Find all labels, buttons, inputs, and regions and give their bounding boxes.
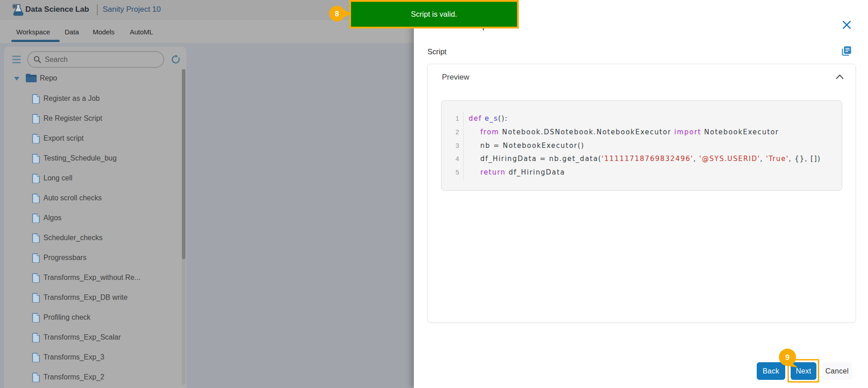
collapse-chevron-icon[interactable] bbox=[836, 74, 844, 79]
file-icon bbox=[32, 273, 40, 283]
toast-message: Script is valid. bbox=[411, 10, 457, 19]
file-icon bbox=[32, 174, 40, 183]
copy-script-icon[interactable] bbox=[840, 45, 852, 57]
repo-folder-icon bbox=[25, 73, 37, 83]
file-icon bbox=[32, 114, 40, 123]
repo-folder-label[interactable]: Repo bbox=[40, 74, 57, 82]
tab-data[interactable]: Data bbox=[65, 28, 79, 36]
tree-item[interactable]: Profiling check bbox=[43, 313, 90, 322]
code-line: df_HiringData = nb.get_data('11111718769… bbox=[464, 152, 821, 166]
tab-models[interactable]: Models bbox=[93, 28, 114, 36]
tree-item[interactable]: Re Register Script bbox=[43, 114, 102, 123]
project-name[interactable]: Sanity Project 10 bbox=[103, 5, 161, 14]
file-icon bbox=[32, 313, 40, 322]
code-line-number: 5 bbox=[441, 166, 464, 180]
code-line: return df_HiringData bbox=[464, 166, 565, 180]
cancel-button[interactable]: Cancel bbox=[822, 362, 852, 380]
tree-item[interactable]: Transforms_Exp_Scalar bbox=[43, 333, 121, 341]
tab-automl[interactable]: AutoML bbox=[130, 28, 153, 36]
code-line: def e_s(): bbox=[464, 112, 508, 126]
code-line-number: 3 bbox=[441, 139, 464, 153]
close-icon[interactable] bbox=[842, 20, 851, 29]
folder-collapse-caret-icon[interactable] bbox=[14, 77, 19, 80]
refresh-icon[interactable] bbox=[171, 55, 180, 64]
tree-item[interactable]: Register as a Job bbox=[43, 95, 100, 103]
tree-item[interactable]: Transforms_Exp_without Re... bbox=[43, 274, 141, 282]
brand-separator bbox=[97, 5, 98, 15]
tree-item[interactable]: Transforms_Exp_2 bbox=[43, 373, 104, 381]
hamburger-menu-icon[interactable] bbox=[12, 56, 21, 63]
tree-item[interactable]: Transforms_Exp_DB write bbox=[43, 293, 128, 302]
tree-item[interactable]: Long cell bbox=[43, 174, 72, 182]
code-line-number: 1 bbox=[441, 112, 464, 126]
file-icon bbox=[32, 353, 40, 362]
code-preview-block: 1def e_s():2 from Notebook.DSNotebook.No… bbox=[441, 100, 842, 191]
validation-toast: Script is valid. bbox=[349, 0, 519, 28]
tree-item[interactable]: Testing_Schedule_bug bbox=[43, 154, 117, 162]
file-icon bbox=[32, 154, 40, 163]
code-line-number: 4 bbox=[441, 152, 464, 166]
file-icon bbox=[32, 373, 40, 382]
tree-item[interactable]: Progressbars bbox=[43, 254, 86, 262]
annotation-badge-8-number: 8 bbox=[335, 10, 339, 18]
file-icon bbox=[32, 233, 40, 243]
app-title: Data Science Lab bbox=[25, 5, 89, 14]
sidebar-scrollbar-thumb[interactable] bbox=[182, 69, 185, 259]
search-icon bbox=[33, 56, 41, 63]
preview-title: Preview bbox=[442, 73, 469, 82]
app-logo-flask-icon bbox=[12, 3, 24, 17]
tree-item[interactable]: Export script bbox=[43, 134, 84, 142]
code-line: nb = NotebookExecutor() bbox=[464, 139, 584, 153]
tree-item[interactable]: Scheduler_checks bbox=[43, 234, 103, 242]
tree-item[interactable]: Auto scroll checks bbox=[43, 194, 102, 202]
file-icon bbox=[32, 94, 40, 104]
file-icon bbox=[32, 134, 40, 143]
annotation-badge-9: 9 bbox=[778, 348, 800, 369]
file-icon bbox=[32, 194, 40, 203]
script-section-label: Script bbox=[427, 47, 446, 56]
file-icon bbox=[32, 293, 40, 303]
search-input[interactable] bbox=[27, 51, 164, 68]
file-icon bbox=[32, 213, 40, 223]
annotation-badge-8: 8 bbox=[329, 5, 352, 23]
file-icon bbox=[32, 253, 40, 263]
code-line: from Notebook.DSNotebook.NotebookExecuto… bbox=[464, 126, 779, 139]
annotation-badge-9-number: 9 bbox=[786, 354, 790, 361]
active-tab-underline bbox=[11, 40, 60, 42]
tab-workspace[interactable]: Workspace bbox=[16, 28, 50, 36]
code-line-number: 2 bbox=[441, 126, 464, 139]
tree-item[interactable]: Algos bbox=[43, 214, 62, 222]
file-icon bbox=[32, 333, 40, 342]
tree-item[interactable]: Transforms_Exp_3 bbox=[43, 353, 104, 361]
